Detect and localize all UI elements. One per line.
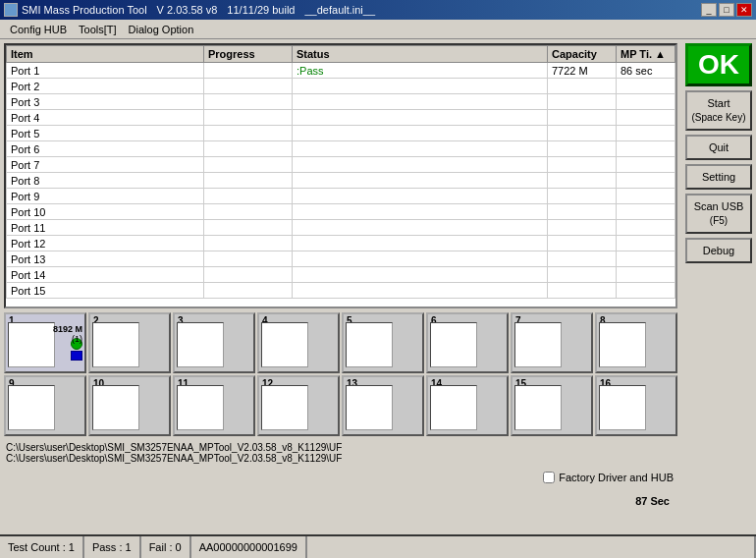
cell-item: Port 15 xyxy=(7,283,204,299)
table-row: Port 9 xyxy=(7,189,675,204)
config-file: __default.ini__ xyxy=(304,4,375,16)
cell-capacity xyxy=(548,110,617,126)
cell-status xyxy=(293,94,548,110)
cell-capacity xyxy=(548,251,617,267)
menu-tools[interactable]: Tools[T] xyxy=(73,22,123,37)
cell-item: Port 3 xyxy=(7,94,204,110)
ok-button[interactable]: OK xyxy=(685,43,752,86)
menu-config-hub[interactable]: Config HUB xyxy=(4,22,73,37)
cell-item: Port 6 xyxy=(7,141,204,157)
cell-capacity xyxy=(548,236,617,251)
cell-status xyxy=(293,251,548,267)
cell-status xyxy=(293,126,548,141)
cell-status xyxy=(293,141,548,157)
table-row: Port 12 xyxy=(7,236,675,251)
table-row: Port 11 xyxy=(7,220,675,236)
table-row: Port 8 xyxy=(7,173,675,189)
cell-mptime xyxy=(617,94,675,110)
debug-button[interactable]: Debug xyxy=(685,238,752,263)
port-14[interactable]: 14 xyxy=(426,375,509,436)
file-paths: C:\Users\user\Desktop\SMI_SM3257ENAA_MPT… xyxy=(4,440,677,466)
cell-mptime xyxy=(617,220,675,236)
port-6[interactable]: 6 xyxy=(426,312,509,373)
cell-progress xyxy=(204,157,293,173)
port-15[interactable]: 15 xyxy=(511,375,593,436)
cell-item: Port 5 xyxy=(7,126,204,141)
port-3[interactable]: 3 xyxy=(173,312,255,373)
pass-count: Pass : 1 xyxy=(84,536,141,558)
table-row: Port 3 xyxy=(7,94,675,110)
left-panel: Item Progress Status Capacity MP Ti. ▲ P… xyxy=(0,39,681,558)
cell-progress xyxy=(204,204,293,220)
quit-button[interactable]: Quit xyxy=(685,135,752,160)
port-16[interactable]: 16 xyxy=(595,375,677,436)
factory-row: Factory Driver and HUB xyxy=(4,470,677,485)
setting-button[interactable]: Setting xyxy=(685,164,752,190)
start-button[interactable]: Start(Space Key) xyxy=(685,90,752,131)
cell-progress xyxy=(204,220,293,236)
app-title: SMI Mass Production Tool xyxy=(22,4,147,16)
scan-usb-button[interactable]: Scan USB(F5) xyxy=(685,194,752,234)
maximize-button[interactable]: □ xyxy=(719,3,734,17)
table-scroll[interactable]: Item Progress Status Capacity MP Ti. ▲ P… xyxy=(6,45,675,307)
menu-dialog-option[interactable]: Dialog Option xyxy=(123,22,200,37)
col-progress: Progress xyxy=(204,46,293,63)
cell-status: :Pass xyxy=(293,63,548,79)
serial-number: AA00000000001699 xyxy=(191,536,307,558)
port-7[interactable]: 7 xyxy=(511,312,593,373)
cell-status xyxy=(293,220,548,236)
table-row: Port 4 xyxy=(7,110,675,126)
port-10[interactable]: 10 xyxy=(88,375,171,436)
app-icon xyxy=(4,3,18,17)
cell-mptime xyxy=(617,173,675,189)
factory-checkbox[interactable] xyxy=(543,472,555,483)
status-bar: Test Count : 1 Pass : 1 Fail : 0 AA00000… xyxy=(0,534,756,558)
table-row: Port 7 xyxy=(7,157,675,173)
file-path-2: C:\Users\user\Desktop\SMI_SM3257ENAA_MPT… xyxy=(6,453,675,464)
port-9[interactable]: 9 xyxy=(4,375,86,436)
close-button[interactable]: ✕ xyxy=(736,3,752,17)
port-13[interactable]: 13 xyxy=(342,375,424,436)
cell-item: Port 7 xyxy=(7,157,204,173)
cell-progress xyxy=(204,126,293,141)
col-capacity: Capacity xyxy=(548,46,617,63)
cell-progress xyxy=(204,110,293,126)
port-2[interactable]: 2 xyxy=(88,312,171,373)
port-1-info: 8192 M xyxy=(53,324,82,334)
cell-progress xyxy=(204,141,293,157)
cell-mptime xyxy=(617,126,675,141)
port-5[interactable]: 5 xyxy=(342,312,424,373)
port-1-inner xyxy=(8,322,55,367)
table-body: Port 1:Pass7722 M86 secPort 2Port 3Port … xyxy=(7,63,675,299)
cell-progress xyxy=(204,267,293,283)
cell-progress xyxy=(204,94,293,110)
title-bar: SMI Mass Production Tool V 2.03.58 v8 11… xyxy=(0,0,756,20)
cell-item: Port 12 xyxy=(7,236,204,251)
port-1-subinfo: (1) xyxy=(72,334,82,344)
cell-capacity xyxy=(548,141,617,157)
cell-status xyxy=(293,110,548,126)
cell-mptime xyxy=(617,141,675,157)
test-count: Test Count : 1 xyxy=(0,536,84,558)
table-row: Port 14 xyxy=(7,267,675,283)
cell-item: Port 1 xyxy=(7,63,204,79)
port-4[interactable]: 4 xyxy=(257,312,340,373)
minimize-button[interactable]: _ xyxy=(701,3,717,17)
right-panel: OK Start(Space Key) Quit Setting Scan US… xyxy=(681,39,756,558)
main-content: Item Progress Status Capacity MP Ti. ▲ P… xyxy=(0,39,756,558)
cell-progress xyxy=(204,79,293,94)
cell-item: Port 14 xyxy=(7,267,204,283)
port-11[interactable]: 11 xyxy=(173,375,255,436)
cell-capacity: 7722 M xyxy=(548,63,617,79)
port-8[interactable]: 8 xyxy=(595,312,677,373)
port-12[interactable]: 12 xyxy=(257,375,340,436)
port-grid: 1 8192 M (1) 2 3 4 5 6 7 8 9 xyxy=(4,312,677,436)
file-path-1: C:\Users\user\Desktop\SMI_SM3257ENAA_MPT… xyxy=(6,442,675,453)
cell-mptime xyxy=(617,204,675,220)
cell-capacity xyxy=(548,94,617,110)
cell-capacity xyxy=(548,283,617,299)
menu-bar: Config HUB Tools[T] Dialog Option xyxy=(0,20,756,39)
cell-status xyxy=(293,204,548,220)
port-1[interactable]: 1 8192 M (1) xyxy=(4,312,86,373)
cell-item: Port 2 xyxy=(7,79,204,94)
